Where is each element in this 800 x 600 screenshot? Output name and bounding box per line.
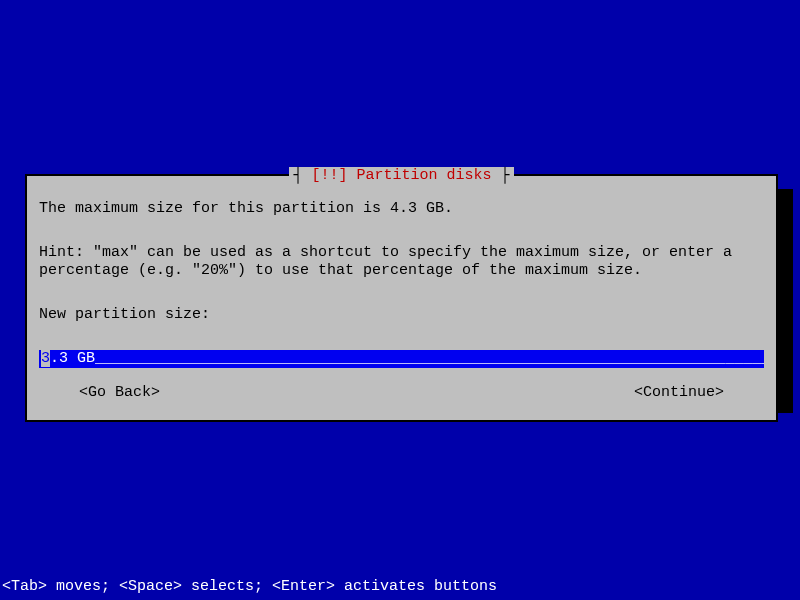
dialog-title-priority: [!!] [311, 167, 356, 184]
partition-size-input[interactable]: 3.3 GB__________________________________… [39, 350, 764, 368]
go-back-button[interactable]: <Go Back> [79, 384, 160, 402]
text-cursor: 3 [41, 350, 50, 367]
footer-help: <Tab> moves; <Space> selects; <Enter> ac… [2, 578, 497, 596]
dialog-title-text: Partition disks [356, 167, 491, 184]
button-row: <Go Back> <Continue> [39, 384, 764, 402]
max-size-info: The maximum size for this partition is 4… [39, 200, 764, 218]
hint-text: Hint: "max" can be used as a shortcut to… [39, 244, 764, 280]
blank-line-1 [39, 222, 764, 240]
partition-dialog: ┤ [!!] Partition disks ├ The maximum siz… [25, 174, 778, 422]
dialog-title-wrap: ┤ [!!] Partition disks ├ [27, 167, 776, 185]
blank-line-2 [39, 284, 764, 302]
input-rest: .3 GB___________________________________… [50, 350, 764, 367]
blank-line-3 [39, 328, 764, 346]
partition-size-prompt: New partition size: [39, 306, 764, 324]
continue-button[interactable]: <Continue> [634, 384, 724, 402]
dialog-title: ┤ [!!] Partition disks ├ [289, 167, 513, 185]
